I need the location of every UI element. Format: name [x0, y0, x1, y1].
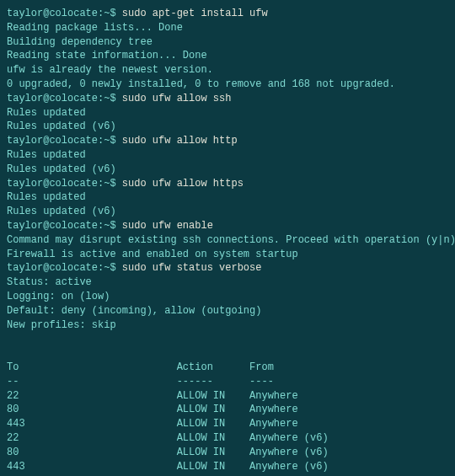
output-line: Rules updated (v6): [7, 120, 448, 134]
output-line: Command may disrupt existing ssh connect…: [7, 233, 448, 248]
prompt-sep: :~$: [98, 8, 122, 19]
prompt-line: taylor@colocate:~$ sudo ufw status verbo…: [7, 261, 448, 275]
output-line: ufw is already the newest version.: [7, 63, 448, 78]
prompt-user: taylor@colocate: [7, 93, 98, 104]
prompt-sep: :~$: [98, 93, 122, 104]
prompt-user: taylor@colocate: [7, 135, 98, 147]
blank-line: [7, 332, 448, 346]
output-line: Firewall is active and enabled on system…: [7, 248, 448, 262]
prompt-user: taylor@colocate: [7, 178, 98, 190]
output-line: Status: active: [7, 275, 448, 290]
output-line: Reading package lists... Done: [7, 21, 448, 35]
firewall-table: To Action From -- ------ ---- 22 ALLOW I…: [7, 361, 448, 473]
prompt-line: taylor@colocate:~$ sudo ufw allow http: [7, 134, 448, 148]
command-text: sudo ufw enable: [122, 220, 213, 232]
command-text: sudo ufw allow ssh: [122, 93, 232, 104]
prompt-line: taylor@colocate:~$ sudo apt-get install …: [7, 7, 448, 21]
terminal[interactable]: taylor@colocate:~$ sudo apt-get install …: [7, 7, 448, 476]
prompt-user: taylor@colocate: [7, 220, 98, 232]
output-line: Rules updated (v6): [7, 205, 448, 219]
output-line: Reading state information... Done: [7, 49, 448, 63]
output-line: Default: deny (incoming), allow (outgoin…: [7, 304, 448, 318]
output-line: Rules updated: [7, 106, 448, 120]
prompt-sep: :~$: [98, 135, 122, 147]
prompt-user: taylor@colocate: [7, 262, 98, 274]
prompt-line: taylor@colocate:~$ sudo ufw allow https: [7, 177, 448, 191]
blank-line: [7, 346, 448, 361]
output-line: Logging: on (low): [7, 290, 448, 304]
output-line: Rules updated: [7, 148, 448, 163]
prompt-line: taylor@colocate:~$ sudo ufw enable: [7, 219, 448, 233]
command-text: sudo ufw allow https: [122, 178, 244, 190]
output-line: 0 upgraded, 0 newly installed, 0 to remo…: [7, 78, 448, 92]
output-line: Building dependency tree: [7, 35, 448, 50]
prompt-line: taylor@colocate:~$ sudo ufw allow ssh: [7, 92, 448, 106]
command-text: sudo ufw allow http: [122, 135, 238, 147]
prompt-sep: :~$: [98, 178, 122, 190]
prompt-sep: :~$: [98, 262, 122, 274]
output-line: Rules updated (v6): [7, 163, 448, 177]
prompt-sep: :~$: [98, 220, 122, 232]
command-text: sudo apt-get install ufw: [122, 8, 268, 19]
prompt-user: taylor@colocate: [7, 8, 98, 19]
output-line: New profiles: skip: [7, 318, 448, 333]
command-text: sudo ufw status verbose: [122, 262, 262, 274]
output-line: Rules updated: [7, 190, 448, 205]
